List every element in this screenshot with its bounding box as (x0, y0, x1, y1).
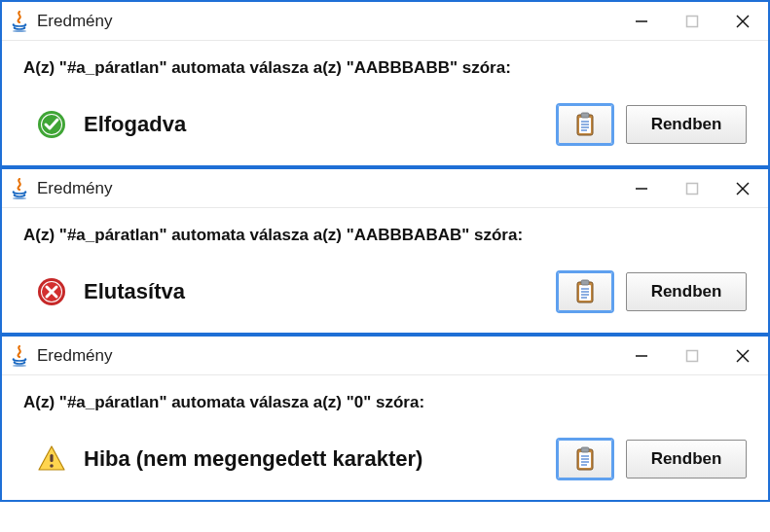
dialog-body: A(z) "#a_páratlan" automata válasza a(z)… (2, 41, 768, 165)
copy-button[interactable] (558, 440, 612, 479)
titlebar[interactable]: Eredmény (2, 337, 768, 375)
minimize-button[interactable] (616, 337, 667, 375)
prompt-text: A(z) "#a_páratlan" automata válasza a(z)… (23, 393, 747, 412)
copy-button[interactable] (558, 105, 612, 144)
reject-icon (37, 277, 66, 306)
copy-button[interactable] (558, 272, 612, 311)
maximize-button (667, 169, 717, 208)
status-text: Elfogadva (84, 112, 186, 137)
svg-point-0 (13, 30, 26, 32)
ok-button[interactable]: Rendben (626, 272, 747, 311)
svg-rect-17 (687, 183, 698, 194)
status-row: Elfogadva Rendben (23, 105, 747, 144)
warning-icon (37, 444, 66, 474)
svg-point-38 (50, 464, 54, 468)
status-row: Hiba (nem megengedett karakter) Rendben (23, 440, 747, 479)
result-dialog: Eredmény A(z) "#a_páratlan" automata vál… (0, 335, 770, 502)
result-dialog: Eredmény A(z) "#a_páratlan" automata vál… (0, 0, 770, 167)
svg-point-15 (13, 197, 26, 199)
accept-icon (37, 110, 66, 139)
svg-rect-41 (581, 447, 589, 452)
prompt-text: A(z) "#a_páratlan" automata válasza a(z)… (23, 226, 747, 245)
java-icon (10, 11, 29, 32)
close-button[interactable] (717, 169, 768, 208)
status-text: Elutasítva (84, 279, 185, 304)
java-icon (10, 178, 29, 199)
maximize-button (667, 337, 717, 375)
window-title: Eredmény (37, 12, 112, 31)
java-icon (10, 345, 29, 367)
status-text: Hiba (nem megengedett karakter) (84, 446, 422, 472)
close-button[interactable] (717, 337, 768, 375)
clipboard-icon (574, 112, 596, 137)
titlebar[interactable]: Eredmény (2, 169, 768, 208)
svg-rect-37 (50, 454, 53, 462)
svg-point-32 (13, 365, 26, 367)
svg-rect-2 (687, 16, 698, 26)
svg-rect-27 (581, 280, 589, 285)
minimize-button[interactable] (616, 169, 667, 208)
ok-button[interactable]: Rendben (626, 440, 747, 479)
clipboard-icon (574, 279, 596, 304)
svg-rect-34 (687, 350, 698, 361)
titlebar[interactable]: Eredmény (2, 2, 768, 41)
maximize-button (667, 2, 717, 41)
svg-rect-10 (581, 113, 589, 118)
minimize-button[interactable] (616, 2, 667, 41)
prompt-text: A(z) "#a_páratlan" automata válasza a(z)… (23, 58, 747, 78)
window-title: Eredmény (37, 179, 112, 198)
dialog-body: A(z) "#a_páratlan" automata válasza a(z)… (2, 208, 768, 333)
clipboard-icon (574, 446, 596, 472)
window-title: Eredmény (37, 346, 112, 366)
ok-button[interactable]: Rendben (626, 105, 747, 144)
result-dialog: Eredmény A(z) "#a_páratlan" automata vál… (0, 167, 770, 335)
close-button[interactable] (717, 2, 768, 41)
status-row: Elutasítva Rendben (23, 272, 747, 311)
dialog-body: A(z) "#a_páratlan" automata válasza a(z)… (2, 375, 768, 500)
